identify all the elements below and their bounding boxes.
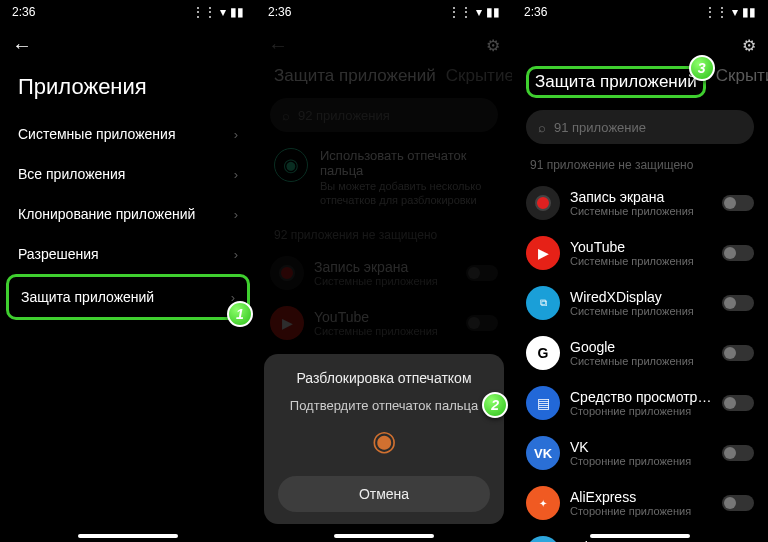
nav-bar[interactable]: [78, 534, 178, 538]
app-row[interactable]: ▶YouTubeСистемные приложения: [256, 298, 512, 348]
menu-permissions[interactable]: Разрешения›: [0, 234, 256, 274]
toggle[interactable]: [466, 265, 498, 281]
gear-icon[interactable]: ⚙: [486, 36, 500, 55]
app-row[interactable]: Запись экранаСистемные приложения: [512, 178, 768, 228]
app-icon: ▶: [526, 236, 560, 270]
status-icons: ⋮⋮▾▮▮: [704, 5, 756, 19]
signal-icon: ⋮⋮: [192, 5, 216, 19]
menu-app-lock[interactable]: Защита приложений›: [9, 277, 247, 317]
app-name: AliExpress: [570, 489, 712, 505]
chevron-icon: ›: [234, 167, 238, 182]
clock: 2:36: [524, 5, 547, 19]
battery-icon: ▮▮: [230, 5, 244, 19]
wifi-icon: ▾: [732, 5, 738, 19]
app-row[interactable]: ▤Средство просмотра док…Сторонние прилож…: [512, 378, 768, 428]
toggle[interactable]: [466, 315, 498, 331]
menu-clone-apps[interactable]: Клонирование приложений›: [0, 194, 256, 234]
app-sub: Системные приложения: [570, 255, 712, 267]
app-row[interactable]: ▶YouTubeСистемные приложения: [512, 228, 768, 278]
header: ← ⚙: [256, 24, 512, 66]
toggle[interactable]: [722, 495, 754, 511]
search-input[interactable]: ⌕91 приложение: [526, 110, 754, 144]
screen-apps: 2:36 ⋮⋮ ▾ ▮▮ ← Приложения Системные прил…: [0, 0, 256, 542]
tab-app-lock[interactable]: Защита приложений: [535, 72, 697, 91]
step-badge-1: 1: [227, 301, 253, 327]
back-icon[interactable]: ←: [12, 34, 32, 57]
wifi-icon: ▾: [476, 5, 482, 19]
search-icon: ⌕: [538, 120, 546, 135]
app-row[interactable]: Запись экранаСистемные приложения: [256, 248, 512, 298]
app-name: WiredXDisplay: [570, 289, 712, 305]
toggle[interactable]: [722, 295, 754, 311]
battery-icon: ▮▮: [486, 5, 500, 19]
screen-applock-locked: 2:36 ⋮⋮▾▮▮ ← ⚙ Защита приложений Скрытие…: [256, 0, 512, 542]
header: ←: [0, 24, 256, 66]
app-icon: ⧉: [526, 286, 560, 320]
app-row[interactable]: VKVKСторонние приложения: [512, 428, 768, 478]
app-name: Google: [570, 339, 712, 355]
app-icon: [270, 256, 304, 290]
status-bar: 2:36 ⋮⋮▾▮▮: [256, 0, 512, 24]
app-icon: ➤: [526, 536, 560, 542]
app-sub: Системные приложения: [570, 205, 712, 217]
tabs: Защита приложений Скрытие приложений: [256, 66, 512, 86]
battery-icon: ▮▮: [742, 5, 756, 19]
gear-icon[interactable]: ⚙: [742, 36, 756, 55]
search-input[interactable]: ⌕92 приложения: [270, 98, 498, 132]
signal-icon: ⋮⋮: [704, 5, 728, 19]
fingerprint-icon: ◉: [274, 148, 308, 182]
chevron-icon: ›: [234, 207, 238, 222]
app-icon: G: [526, 336, 560, 370]
toggle[interactable]: [722, 395, 754, 411]
wifi-icon: ▾: [220, 5, 226, 19]
toggle[interactable]: [722, 345, 754, 361]
tab-hide-apps[interactable]: Скрытие приложений: [446, 66, 512, 86]
fingerprint-scan-icon[interactable]: ◉: [364, 420, 404, 460]
page-title: Приложения: [0, 66, 256, 114]
modal-title: Разблокировка отпечатком: [278, 370, 490, 386]
tab-app-lock[interactable]: Защита приложений: [274, 66, 436, 86]
header: ⚙: [512, 24, 768, 66]
app-name: Средство просмотра док…: [570, 389, 712, 405]
status-icons: ⋮⋮▾▮▮: [448, 5, 500, 19]
app-sub: Системные приложения: [570, 305, 712, 317]
section-label: 91 приложение не защищено: [512, 154, 768, 178]
section-label: 92 приложения не защищено: [256, 224, 512, 248]
nav-bar[interactable]: [590, 534, 690, 538]
back-icon[interactable]: ←: [268, 34, 288, 57]
signal-icon: ⋮⋮: [448, 5, 472, 19]
app-sub: Сторонние приложения: [570, 405, 712, 417]
menu-system-apps[interactable]: Системные приложения›: [0, 114, 256, 154]
tabs: Защита приложений 3 Скрытие приложений: [512, 66, 768, 98]
app-icon: ▤: [526, 386, 560, 420]
status-bar: 2:36 ⋮⋮▾▮▮: [512, 0, 768, 24]
toggle[interactable]: [722, 445, 754, 461]
toggle[interactable]: [722, 245, 754, 261]
app-sub: Системные приложения: [570, 355, 712, 367]
step-badge-3: 3: [689, 55, 715, 81]
highlight-tab: Защита приложений 3: [526, 66, 706, 98]
chevron-icon: ›: [234, 247, 238, 262]
cancel-button[interactable]: Отмена: [278, 476, 490, 512]
search-icon: ⌕: [282, 108, 290, 123]
tab-hide-apps[interactable]: Скрытие приложений: [716, 66, 768, 98]
app-name: Запись экрана: [570, 189, 712, 205]
app-icon: [526, 186, 560, 220]
app-row[interactable]: ⧉WiredXDisplayСистемные приложения: [512, 278, 768, 328]
app-sub: Сторонние приложения: [570, 505, 712, 517]
app-name: VK: [570, 439, 712, 455]
fingerprint-banner[interactable]: ◉ Использовать отпечаток пальца Вы может…: [270, 142, 498, 214]
app-icon: ▶: [270, 306, 304, 340]
app-row[interactable]: ✦AliExpressСторонние приложения: [512, 478, 768, 528]
fingerprint-modal: Разблокировка отпечатком Подтвердите отп…: [264, 354, 504, 524]
menu-all-apps[interactable]: Все приложения›: [0, 154, 256, 194]
nav-bar[interactable]: [334, 534, 434, 538]
clock: 2:36: [268, 5, 291, 19]
app-icon: ✦: [526, 486, 560, 520]
app-row[interactable]: GGoogleСистемные приложения: [512, 328, 768, 378]
step-badge-2: 2: [482, 392, 508, 418]
highlight-app-lock: Защита приложений› 1: [6, 274, 250, 320]
toggle[interactable]: [722, 195, 754, 211]
app-name: YouTube: [570, 239, 712, 255]
modal-subtitle: Подтвердите отпечаток пальца: [290, 398, 478, 413]
